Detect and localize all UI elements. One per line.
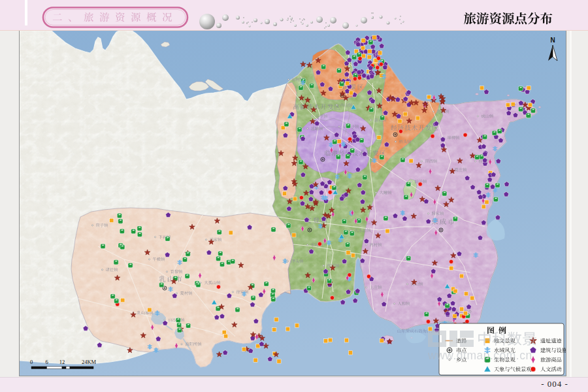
- svg-text:6: 6: [45, 359, 48, 365]
- svg-text:12: 12: [59, 359, 65, 365]
- svg-text:www.dtmap.com.cn: www.dtmap.com.cn: [427, 349, 532, 362]
- svg-text:0: 0: [30, 359, 33, 365]
- svg-text:24KM: 24KM: [82, 359, 97, 365]
- svg-text:N: N: [550, 37, 555, 44]
